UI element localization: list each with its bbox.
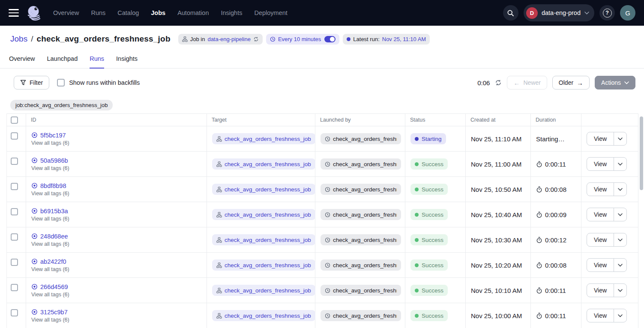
schedule-toggle[interactable] <box>324 36 335 42</box>
primary-nav: Overview Runs Catalog Jobs Automation In… <box>53 9 288 16</box>
row-checkbox[interactable] <box>11 132 18 140</box>
launched-by-chip[interactable]: check_avg_orders_freshn… <box>321 234 401 245</box>
nav-item-catalog[interactable]: Catalog <box>117 9 139 16</box>
dagster-logo-icon[interactable] <box>26 5 42 21</box>
launched-by-chip[interactable]: check_avg_orders_freshn… <box>321 158 401 170</box>
backfills-checkbox[interactable] <box>57 79 65 86</box>
pipeline-link[interactable]: data-eng-pipeline <box>207 36 250 42</box>
tab-launchpad[interactable]: Launchpad <box>47 55 78 69</box>
nav-item-deployment[interactable]: Deployment <box>254 9 287 16</box>
row-checkbox[interactable] <box>11 233 18 241</box>
row-checkbox[interactable] <box>11 284 18 291</box>
view-button[interactable]: View <box>587 183 614 196</box>
target-chip[interactable]: check_avg_orders_freshness_job <box>212 285 315 296</box>
target-chip[interactable]: check_avg_orders_freshness_job <box>212 133 315 144</box>
actions-button[interactable]: Actions <box>595 76 635 89</box>
launched-by-chip[interactable]: check_avg_orders_freshn… <box>321 133 401 144</box>
run-id-link[interactable]: ab2422f0 <box>40 258 66 265</box>
view-button[interactable]: View <box>587 158 614 170</box>
older-button[interactable]: Older → <box>552 76 590 89</box>
clock-icon <box>325 262 330 268</box>
newer-button[interactable]: ← Newer <box>507 76 547 89</box>
target-chip[interactable]: check_avg_orders_freshness_job <box>212 209 315 220</box>
view-dropdown-caret[interactable] <box>614 233 626 246</box>
run-id-link[interactable]: b6915b3a <box>40 208 68 215</box>
latest-run-link[interactable]: Nov 25, 11:10 AM <box>382 36 426 42</box>
status-label: Success <box>422 161 443 167</box>
status-dot-icon <box>415 137 419 141</box>
target-label: check_avg_orders_freshness_job <box>225 313 311 319</box>
view-all-tags-link[interactable]: View all tags (6) <box>31 317 207 323</box>
hierarchy-icon <box>182 36 188 42</box>
launched-by-chip[interactable]: check_avg_orders_freshn… <box>321 310 401 321</box>
select-all-checkbox[interactable] <box>11 116 18 124</box>
chevron-down-icon <box>618 188 623 191</box>
nav-item-jobs[interactable]: Jobs <box>151 9 165 16</box>
run-id-link[interactable]: 266d4569 <box>40 283 68 290</box>
row-checkbox[interactable] <box>11 183 18 190</box>
nav-item-insights[interactable]: Insights <box>221 9 242 16</box>
target-chip[interactable]: check_avg_orders_freshness_job <box>212 184 315 195</box>
view-dropdown-caret[interactable] <box>614 183 626 196</box>
target-chip[interactable]: check_avg_orders_freshness_job <box>212 158 315 170</box>
view-button[interactable]: View <box>587 284 614 297</box>
view-all-tags-link[interactable]: View all tags (6) <box>31 266 207 272</box>
tab-overview[interactable]: Overview <box>9 55 35 69</box>
tab-runs[interactable]: Runs <box>90 55 104 69</box>
view-dropdown-caret[interactable] <box>614 259 626 271</box>
row-checkbox[interactable] <box>11 309 18 316</box>
view-dropdown-caret[interactable] <box>614 132 626 145</box>
view-dropdown-caret[interactable] <box>614 158 626 170</box>
run-status-target-icon <box>31 309 38 315</box>
chevron-down-icon <box>618 137 623 140</box>
nav-item-runs[interactable]: Runs <box>91 9 105 16</box>
view-all-tags-link[interactable]: View all tags (6) <box>31 216 207 222</box>
launched-by-chip[interactable]: check_avg_orders_freshn… <box>321 259 401 271</box>
view-button[interactable]: View <box>587 309 614 322</box>
run-id-link[interactable]: 5f5bc197 <box>40 132 66 139</box>
view-all-tags-link[interactable]: View all tags (6) <box>31 165 207 171</box>
view-dropdown-caret[interactable] <box>614 309 626 322</box>
view-all-tags-link[interactable]: View all tags (6) <box>31 292 207 298</box>
refresh-countdown: 0:06 <box>477 79 490 86</box>
launched-by-chip[interactable]: check_avg_orders_freshn… <box>321 209 401 220</box>
nav-item-overview[interactable]: Overview <box>53 9 79 16</box>
user-avatar[interactable]: G <box>620 5 635 21</box>
menu-icon[interactable] <box>9 9 19 17</box>
target-chip[interactable]: check_avg_orders_freshness_job <box>212 234 315 245</box>
view-dropdown-caret[interactable] <box>614 208 626 221</box>
run-id-link[interactable]: 8bdf8b98 <box>40 182 66 189</box>
view-all-tags-link[interactable]: View all tags (6) <box>31 241 207 247</box>
view-button[interactable]: View <box>587 208 614 221</box>
org-switcher[interactable]: D data-eng-prod <box>524 4 594 21</box>
target-chip[interactable]: check_avg_orders_freshness_job <box>212 310 315 321</box>
launched-by-chip[interactable]: check_avg_orders_freshn… <box>321 285 401 296</box>
run-status-target-icon <box>31 132 38 138</box>
runs-table: ID Target Launched by Status Created at … <box>6 113 638 328</box>
view-button[interactable]: View <box>587 132 614 145</box>
row-checkbox[interactable] <box>11 158 18 165</box>
help-button[interactable]: ? <box>599 5 615 21</box>
breadcrumb-jobs-link[interactable]: Jobs <box>10 34 27 44</box>
view-all-tags-link[interactable]: View all tags (6) <box>31 191 207 197</box>
run-id-link[interactable]: 50a5986b <box>40 157 68 164</box>
view-all-tags-link[interactable]: View all tags (6) <box>31 140 207 146</box>
search-button[interactable] <box>503 5 518 21</box>
target-chip[interactable]: check_avg_orders_freshness_job <box>212 259 315 271</box>
run-id-link[interactable]: 3125c9b7 <box>40 309 68 316</box>
nav-item-automation[interactable]: Automation <box>177 9 209 16</box>
view-dropdown-caret[interactable] <box>614 284 626 297</box>
tab-insights[interactable]: Insights <box>116 55 138 69</box>
row-checkbox[interactable] <box>11 259 18 266</box>
table-scrollbar-thumb[interactable] <box>640 116 643 190</box>
launched-by-chip[interactable]: check_avg_orders_freshn… <box>321 184 401 195</box>
older-label: Older <box>559 79 573 86</box>
filter-button[interactable]: Filter <box>14 76 49 89</box>
row-checkbox[interactable] <box>11 208 18 215</box>
top-nav: Overview Runs Catalog Jobs Automation In… <box>0 0 644 26</box>
job-filter-tag[interactable]: job:check_avg_orders_freshness_job <box>10 100 113 110</box>
refresh-icon[interactable] <box>495 79 502 86</box>
view-button[interactable]: View <box>587 259 614 271</box>
view-button[interactable]: View <box>587 233 614 246</box>
run-id-link[interactable]: 248d68ee <box>40 233 68 240</box>
